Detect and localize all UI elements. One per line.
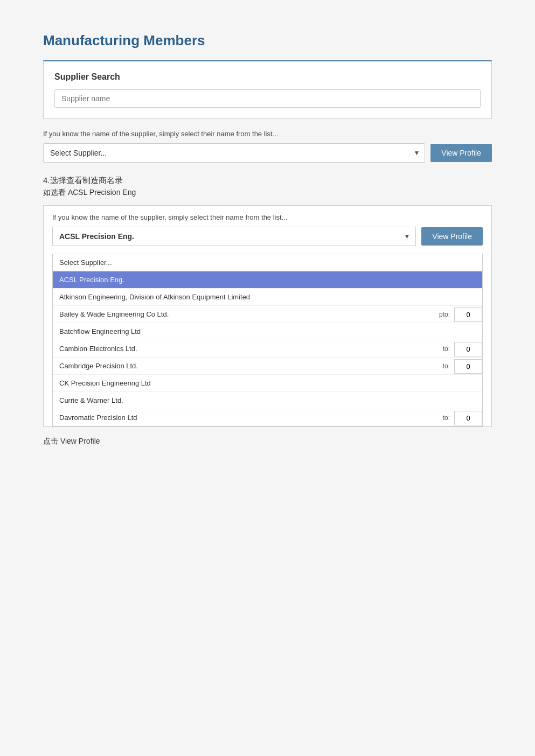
step-sublabel: 如选看 ACSL Precision Eng — [43, 188, 492, 198]
step-label: 4.选择查看制造商名录 — [43, 176, 492, 186]
side-field-input-1[interactable] — [454, 342, 482, 356]
supplier-dropdown-list: Select Supplier... ACSL Precision Eng. A… — [52, 254, 483, 426]
supplier-search-card: Supplier Search — [43, 60, 492, 119]
dropdown-item-0[interactable]: Select Supplier... — [53, 254, 482, 271]
first-select-section: If you know the name of the supplier, si… — [43, 130, 492, 163]
first-select-wrapper: Select Supplier... ▼ — [43, 143, 425, 163]
side-field-input-3[interactable] — [454, 411, 482, 425]
second-instruction-text: If you know the name of the supplier, si… — [52, 213, 483, 221]
page-container: Manufacturing Members Supplier Search If… — [43, 32, 492, 446]
dropdown-item-8[interactable]: Currie & Warner Ltd. — [53, 392, 482, 409]
first-view-profile-button[interactable]: View Profile — [430, 144, 492, 162]
second-supplier-display[interactable]: ACSL Precision Eng. ▼ — [52, 227, 416, 246]
dropdown-item-3[interactable]: Bailey & Wade Engineering Co Ltd. pto: — [53, 306, 482, 323]
supplier-search-title: Supplier Search — [54, 72, 481, 82]
dropdown-item-5[interactable]: Cambion Electronics Ltd. to: — [53, 340, 482, 358]
second-select-arrow-icon: ▼ — [404, 233, 410, 240]
dropdown-item-9[interactable]: Davromatic Precision Ltd to: — [53, 409, 482, 426]
second-view-profile-button[interactable]: View Profile — [421, 227, 483, 246]
second-select-row: ACSL Precision Eng. ▼ View Profile — [52, 227, 483, 246]
side-field-input-0[interactable] — [454, 307, 482, 322]
side-field-input-2[interactable] — [454, 359, 482, 374]
supplier-name-input[interactable] — [54, 89, 481, 108]
selected-supplier-text: ACSL Precision Eng. — [59, 232, 134, 241]
first-instruction-text: If you know the name of the supplier, si… — [43, 130, 492, 138]
step-section: 4.选择查看制造商名录 如选看 ACSL Precision Eng — [43, 176, 492, 198]
dropdown-item-2[interactable]: Atkinson Engineering, Division of Atkins… — [53, 289, 482, 306]
dropdown-item-1[interactable]: ACSL Precision Eng. — [53, 271, 482, 289]
second-select-section: If you know the name of the supplier, si… — [43, 205, 492, 427]
dropdown-item-7[interactable]: CK Precision Engineering Ltd — [53, 375, 482, 392]
dropdown-item-4[interactable]: Batchflow Engineering Ltd — [53, 323, 482, 340]
dropdown-item-6[interactable]: Cambridge Precision Ltd. to: — [53, 358, 482, 375]
page-title: Manufacturing Members — [43, 32, 492, 49]
bottom-label: 点击 View Profile — [43, 437, 492, 446]
first-supplier-select[interactable]: Select Supplier... — [43, 143, 425, 163]
first-select-row: Select Supplier... ▼ View Profile — [43, 143, 492, 163]
second-card-top: If you know the name of the supplier, si… — [44, 206, 491, 254]
